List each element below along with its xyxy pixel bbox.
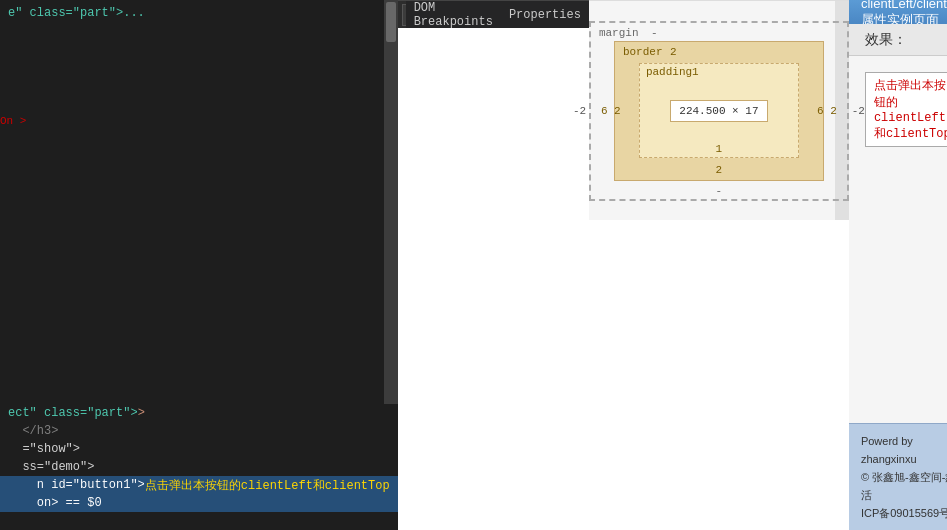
tabs-bar: DOM Breakpoints Properties — [406, 0, 589, 28]
code-text-5: ss="demo"> — [8, 460, 94, 474]
scrollbar-thumb — [386, 2, 396, 42]
right-panel: clientLeft/clientTop属性实例页面 效果： 点击弹出本按钮的c… — [849, 0, 947, 530]
box-model-border: border 2 6 2 6 2 2 padding 1 1 224.500 ×… — [614, 41, 824, 181]
left-panel: On > e" class="part">... ect" class="par… — [0, 0, 398, 530]
code-scrollbar[interactable] — [384, 0, 398, 404]
margin-label: margin — [599, 27, 639, 39]
code-text-8 — [8, 514, 15, 528]
box-model-panel: margin - -2 -2 - border 2 6 2 6 2 2 padd… — [589, 0, 849, 220]
code-text-2b: > — [138, 406, 145, 420]
code-text-3b: </h3> — [22, 424, 58, 438]
border-right: 6 2 — [817, 105, 837, 117]
code-text-4: ="show"> — [8, 442, 80, 456]
code-line-1: e" class="part">... — [0, 4, 398, 22]
demo-button[interactable]: 点击弹出本按钮的clientLeft和clientTop — [865, 72, 947, 147]
padding-value: 1 — [692, 66, 699, 78]
tab-dom-breakpoints[interactable]: DOM Breakpoints — [414, 0, 493, 31]
footer-line-2: © 张鑫旭-鑫空间-鑫生活 — [861, 468, 947, 504]
box-model-padding: padding 1 1 224.500 × 17 — [639, 63, 799, 158]
margin-value: - — [651, 27, 658, 39]
code-line-7: on> == $0 — [0, 494, 398, 512]
right-title-text: 效果： — [865, 31, 907, 49]
code-area: On > e" class="part">... — [0, 0, 398, 404]
on-indicator: On > — [0, 115, 26, 127]
code-line-5: ss="demo"> — [0, 458, 398, 476]
code-line-3: </h3> — [0, 422, 398, 440]
border-left: 6 2 — [601, 105, 621, 117]
margin-right: -2 — [852, 105, 865, 117]
box-model-margin: margin - -2 -2 - border 2 6 2 6 2 2 padd… — [589, 21, 849, 201]
padding-bottom: 1 — [716, 143, 723, 155]
right-title-bar: 效果： — [849, 24, 947, 56]
border-bottom: 2 — [716, 164, 723, 176]
code-line-4: ="show"> — [0, 440, 398, 458]
right-header: clientLeft/clientTop属性实例页面 — [849, 0, 947, 24]
border-value: 2 — [670, 46, 677, 58]
code-line-8 — [0, 512, 398, 530]
border-label: border — [623, 46, 663, 58]
code-text-6: n id="button1"> — [8, 478, 145, 492]
code-text-2: ect" class="part"> — [8, 406, 138, 420]
padding-label: padding — [646, 66, 692, 78]
margin-left: -2 — [573, 105, 586, 117]
code-text-3 — [8, 424, 22, 438]
code-line-2: ect" class="part"> > — [0, 404, 398, 422]
code-line-6: n id="button1"> 点击弹出本按钮的clientLeft和clien… — [0, 476, 398, 494]
code-text-1: e" class="part">... — [8, 6, 145, 20]
code-text-7: on> == $0 — [8, 496, 102, 510]
tab-properties[interactable]: Properties — [509, 6, 581, 24]
margin-bottom: - — [716, 185, 723, 197]
box-content-size: 224.500 × 17 — [670, 100, 767, 122]
right-footer: Powerd by zhangxinxu © 张鑫旭-鑫空间-鑫生活 ICP备0… — [849, 423, 947, 530]
breadcrumb-bar: body div#effect.part div.show div.demo b… — [398, 0, 406, 28]
footer-line-1: Powerd by zhangxinxu — [861, 432, 947, 468]
code-text-6b: 点击弹出本按钮的clientLeft和clientTop — [145, 477, 390, 494]
footer-line-3: ICP备09015569号 — [861, 504, 947, 522]
